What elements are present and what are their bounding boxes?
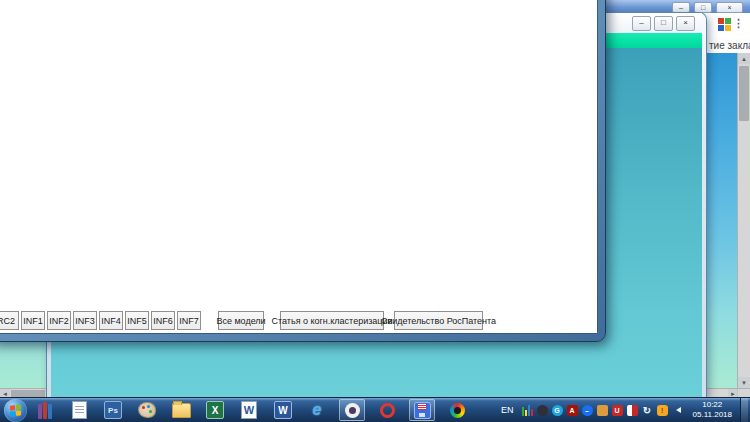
windows-flag-pane — [16, 404, 21, 410]
opera-icon[interactable] — [375, 400, 399, 420]
extension-icon-quadrant — [718, 18, 724, 24]
blue-swirl-tray-icon[interactable]: G — [552, 405, 563, 416]
clock-date: 05.11.2018 — [693, 410, 732, 419]
windows-logo-icon — [10, 404, 21, 416]
browser-menu-icon[interactable]: ⋮ — [733, 17, 744, 30]
teal-close-button[interactable]: × — [676, 16, 695, 31]
model-button-inf4[interactable]: INF4 — [99, 311, 123, 330]
books-glyph — [38, 402, 52, 419]
palette-glyph — [138, 402, 156, 418]
book — [48, 404, 52, 419]
color-wheel-icon[interactable] — [445, 400, 469, 420]
taskbar-clock[interactable]: 10:22 05.11.2018 — [693, 400, 732, 420]
browser-lock-icon[interactable] — [339, 399, 365, 421]
language-indicator[interactable]: EN — [501, 405, 514, 415]
other-bookmarks-label[interactable]: тие закладки — [709, 40, 750, 51]
windows-flag-pane — [10, 405, 15, 411]
extension-icon[interactable] — [718, 18, 731, 31]
paint-icon[interactable] — [135, 400, 159, 420]
floppy-glyph — [414, 402, 431, 419]
main-window-content: RC2 INF1 INF2 INF3 INF4 INF5 INF6 INF7 В… — [0, 0, 598, 334]
taskbar-app-icons: Ps X W W e — [33, 399, 469, 421]
system-tray: EN G A – U ↻ ! 10:22 05.11.2018 — [501, 398, 750, 422]
alert-tray-icon[interactable]: ! — [657, 405, 668, 416]
browser-maximize-button[interactable]: □ — [694, 2, 712, 13]
flag-tray-icon[interactable] — [627, 405, 638, 416]
browser-caption-buttons: – □ × — [672, 2, 743, 13]
opera-ring-glyph — [380, 403, 395, 418]
word-2003-icon[interactable]: W — [237, 400, 261, 420]
folder-glyph — [172, 403, 191, 418]
clustering-article-button[interactable]: Статья о когн.кластеризации — [280, 311, 384, 330]
floppy-save-icon[interactable] — [409, 399, 435, 421]
scroll-up-icon[interactable]: ▲ — [738, 53, 750, 64]
teal-minimize-button[interactable]: – — [632, 16, 651, 31]
extension-icon-quadrant — [725, 25, 731, 31]
wheel-glyph — [450, 403, 465, 418]
model-button-inf2[interactable]: INF2 — [47, 311, 71, 330]
orange-tray-icon[interactable] — [597, 405, 608, 416]
clock-time: 10:22 — [702, 400, 722, 409]
winrar-icon[interactable] — [33, 400, 57, 420]
model-button-inf7[interactable]: INF7 — [177, 311, 201, 330]
word2-glyph: W — [274, 401, 292, 419]
internet-explorer-icon[interactable]: e — [305, 400, 329, 420]
vertical-scrollbar[interactable]: ▲ ▼ — [737, 53, 750, 388]
photoshop-icon[interactable]: Ps — [101, 400, 125, 420]
chart-bars-tray-icon[interactable] — [522, 405, 533, 416]
ie-glyph: e — [313, 401, 322, 419]
rospatent-certificate-button[interactable]: Свидетельство РосПатента — [394, 311, 483, 330]
start-button[interactable] — [4, 399, 27, 422]
show-desktop-button[interactable] — [740, 398, 748, 422]
model-button-inf5[interactable]: INF5 — [125, 311, 149, 330]
taskbar: Ps X W W e — [0, 397, 750, 422]
dark-circle-tray-icon[interactable] — [537, 405, 548, 416]
model-button-inf3[interactable]: INF3 — [73, 311, 97, 330]
red-u-tray-icon[interactable]: U — [612, 405, 623, 416]
speaker-icon[interactable] — [672, 405, 683, 416]
teal-maximize-button[interactable]: □ — [654, 16, 673, 31]
windows-flag-pane — [16, 410, 21, 416]
word-icon[interactable]: W — [271, 400, 295, 420]
model-button-row: RC2 INF1 INF2 INF3 INF4 INF5 INF6 INF7 В… — [0, 311, 597, 333]
extension-icon-quadrant — [718, 25, 724, 31]
sync-tray-icon[interactable]: ↻ — [642, 405, 653, 416]
book — [38, 404, 42, 419]
book — [43, 402, 47, 419]
windows-flag-pane — [10, 411, 15, 417]
acrobat-tray-icon[interactable]: A — [567, 405, 578, 416]
excel-icon[interactable]: X — [203, 400, 227, 420]
explorer-folder-icon[interactable] — [169, 400, 193, 420]
notepad-icon[interactable] — [67, 400, 91, 420]
browser-minimize-button[interactable]: – — [672, 2, 690, 13]
lock-circle-glyph — [345, 403, 360, 418]
vertical-scrollbar-thumb[interactable] — [739, 66, 749, 121]
model-button-rc2[interactable]: RC2 — [0, 311, 19, 330]
extension-icon-quadrant — [725, 18, 731, 24]
excel-glyph: X — [206, 401, 224, 419]
teamviewer-tray-icon[interactable]: – — [582, 405, 593, 416]
scroll-down-icon[interactable]: ▼ — [738, 377, 750, 388]
word-glyph: W — [241, 401, 257, 419]
model-button-inf6[interactable]: INF6 — [151, 311, 175, 330]
desktop-screen: – □ × ⋮ тие закладки ▲ ▼ ◄ ► — [0, 0, 750, 422]
all-models-button[interactable]: Все модели — [218, 311, 264, 330]
model-button-inf1[interactable]: INF1 — [21, 311, 45, 330]
main-app-window: RC2 INF1 INF2 INF3 INF4 INF5 INF6 INF7 В… — [0, 0, 606, 342]
page-glyph — [72, 401, 87, 419]
ps-glyph: Ps — [104, 401, 122, 419]
browser-close-button[interactable]: × — [716, 2, 743, 13]
